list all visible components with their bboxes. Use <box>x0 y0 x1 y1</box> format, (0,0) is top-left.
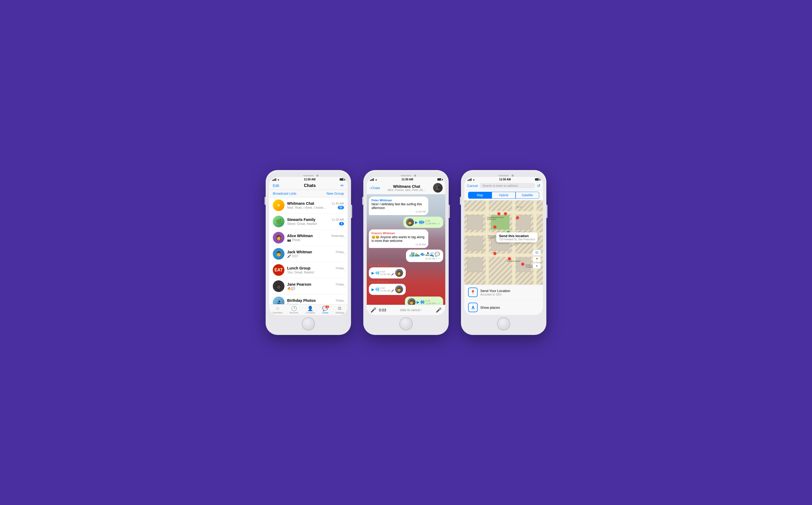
voice-input-bar: 🎤 0:03 slide to cancel ‹ 🎤 <box>367 305 445 315</box>
chevron-alice: › <box>345 236 346 239</box>
chat-name-birthday: Birthday Photos <box>287 298 316 303</box>
play-icon-1[interactable]: ▶ <box>415 220 418 224</box>
alice-audio-info: 0:15 11:42 AM 🎤 <box>380 270 394 276</box>
chat-item-stewarts[interactable]: 🌿 Stewarts Family 11:39 AM Steve: Great,… <box>269 213 348 230</box>
front-camera-1 <box>316 175 318 177</box>
tab-contacts[interactable]: 👤 Contacts <box>305 306 315 314</box>
settings-icon: ⚙ <box>337 306 342 311</box>
audio-info-1: 0:09 11:38 PM ✓✓ <box>425 220 440 225</box>
chat-preview-row-jane: 🔥💬 <box>287 287 344 291</box>
map-pin-button[interactable]: 📍 <box>533 257 541 262</box>
chat-badge-stewarts: 4 <box>339 222 344 225</box>
new-group-button[interactable]: New Group <box>326 191 344 195</box>
home-button-3[interactable] <box>497 317 510 330</box>
chat-item-jane[interactable]: 👩🏿 Jane Pearson Friday 🔥💬 › <box>269 278 348 294</box>
play-icon-2[interactable]: ▶ <box>417 300 420 304</box>
back-button[interactable]: ‹ Chats <box>369 186 380 190</box>
contacts-icon: 👤 <box>307 306 313 311</box>
emoji-content: 🏄🏊🐟🏖🌊💬 <box>409 252 440 257</box>
sb3-2 <box>468 179 469 181</box>
tab-recents[interactable]: 🕐 Recents <box>289 306 298 314</box>
chat-info-lunch: Lunch Group Friday You: Great, thanks! <box>287 266 344 274</box>
home-button-2[interactable] <box>399 317 413 330</box>
chat-item-whitmans[interactable]: W Whitmans Chat 11:45 AM Ned: Yeah, I th… <box>269 197 348 213</box>
play-alice[interactable]: ▶ <box>372 271 374 275</box>
broadcast-lists-link[interactable]: Broadcast Lists <box>273 191 296 195</box>
chat-name-row-lunch: Lunch Group Friday <box>287 266 344 270</box>
map-type-hybrid[interactable]: Hybrid <box>492 192 515 199</box>
battery-fill-1 <box>340 178 344 180</box>
map-type-map[interactable]: Map <box>468 192 492 199</box>
status-time-1: 11:50 AM <box>304 178 315 181</box>
chevron-stewarts: › <box>345 220 346 223</box>
chat-preview-row-alice: 📷 Photo <box>287 238 344 242</box>
map-view[interactable]: Yerba Buena Centerfor the Arts Yerba Bue… <box>464 200 543 285</box>
chat-item-alice[interactable]: 👩 Alice Whitman Yesterday 📷 Photo › <box>269 230 348 246</box>
maps-search-input[interactable]: Search or enter an address <box>480 183 535 188</box>
voice-timer: 0:03 <box>379 308 386 312</box>
chat-preview-birthday: Francis: <box>287 303 298 305</box>
wb1 <box>419 221 420 223</box>
signal-bars-1 <box>272 178 276 181</box>
chat-nav-center: Whitmans Chat Alice, Francis, Jack, Pete… <box>381 184 432 191</box>
emoji-meta: 11:42 AM ✓✓ <box>409 257 440 260</box>
group-chat-avatar[interactable]: 🎩 <box>433 183 443 193</box>
tab-favorites[interactable]: ☆ Favorites <box>273 306 282 314</box>
refresh-button[interactable]: ↺ <box>537 183 540 188</box>
chat-name-jane: Jane Pearson <box>287 282 311 287</box>
wifi-icon-3: ▲ <box>472 178 475 181</box>
map-location-button[interactable]: ➤ <box>533 263 541 269</box>
map-type-satellite[interactable]: Satellite <box>516 192 539 199</box>
msg-meta-francis: 11:39 PM <box>372 243 426 246</box>
wifi-icon-1: ▲ <box>277 178 280 181</box>
msg-text-peter: Nice! I definitely feel like surfing thi… <box>372 202 426 210</box>
chat-name-row-stewarts: Stewarts Family 11:39 AM <box>287 217 344 222</box>
chat-time-alice: Yesterday <box>331 234 344 237</box>
audio-jack1: ▶ 0:32 11:43 AM 🎤 <box>369 284 406 295</box>
location-callout[interactable]: Send this location 720 Howard St, San Fr… <box>496 232 538 242</box>
chat-item-jack[interactable]: 👨 Jack Whitman Friday 🎤 0:07 › <box>269 246 348 262</box>
chat-preview-lunch: You: Great, thanks! <box>287 271 314 274</box>
audio-thumb-1: 👨 <box>406 218 414 226</box>
wc4 <box>423 300 423 304</box>
tab-bar-1: ☆ Favorites 🕐 Recents 👤 Contacts 💬 2 <box>269 304 348 315</box>
chat-item-birthday[interactable]: 🏖 Birthday Photos Friday Francis: › <box>269 294 348 304</box>
mic-left-button[interactable]: 🎤 <box>371 307 376 313</box>
tab-chats[interactable]: 💬 2 Chats <box>322 306 328 314</box>
chat-preview-whitmans: Ned: Yeah, I think, I know wh... <box>287 206 327 209</box>
chats-tab-badge: 2 <box>325 306 329 308</box>
jack-sender-label: Jack Whitman <box>369 280 406 283</box>
chat-item-lunch[interactable]: EAT Lunch Group Friday You: Great, thank… <box>269 262 348 278</box>
jack1-duration: 0:32 <box>380 287 394 289</box>
back-label: Chats <box>371 186 380 190</box>
emoji-check: ✓✓ <box>436 257 440 260</box>
tab-settings[interactable]: ⚙ Settings <box>335 306 344 314</box>
msg-francis: Francis Whitman 😄😆 Anyone who wants to t… <box>369 229 428 248</box>
chat-preview-jack: 🎤 0:07 <box>287 255 298 258</box>
edit-button[interactable]: Edit <box>273 184 279 188</box>
battery-fill-3 <box>535 178 539 180</box>
alice-thumb: 👩 <box>395 269 403 277</box>
favorites-icon: ☆ <box>275 306 280 311</box>
battery-1 <box>340 178 345 181</box>
chat-preview-alice: 📷 Photo <box>287 238 300 242</box>
mic-right-button[interactable]: 🎤 <box>436 307 441 313</box>
chats-tab-label: Chats <box>322 311 328 314</box>
check-2: ✓✓ <box>436 302 440 305</box>
status-right-3 <box>535 178 540 181</box>
wifi-icon-2: ▲ <box>375 178 377 181</box>
show-places-icon: ∧ <box>468 303 478 312</box>
status-bar-2: ▲ 11:50 AM <box>367 177 445 181</box>
cancel-button[interactable]: Cancel <box>467 184 478 188</box>
chat-name-jack: Jack Whitman <box>287 250 312 254</box>
show-places-item[interactable]: ∧ Show places <box>464 300 543 315</box>
sb4 <box>373 178 374 181</box>
broadcast-bar: Broadcast Lists New Group <box>269 190 348 197</box>
play-jack1[interactable]: ▶ <box>372 287 374 292</box>
home-button-1[interactable] <box>302 317 315 330</box>
compose-button[interactable]: ✏ <box>341 183 344 188</box>
wc1 <box>421 301 421 303</box>
send-location-item[interactable]: 📍 Send Your Location Accurate to 10m <box>464 285 543 300</box>
audio-duration-1: 0:09 <box>425 220 440 222</box>
map-3d-button[interactable]: 3D <box>533 250 541 256</box>
